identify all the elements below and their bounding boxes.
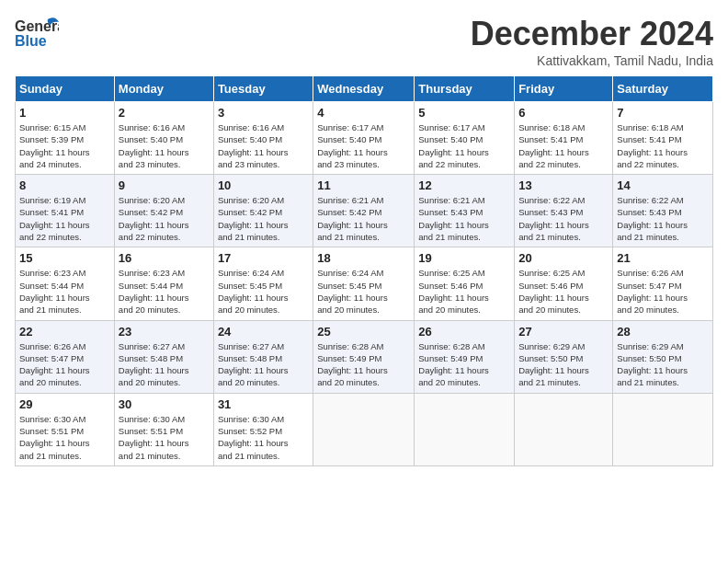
day-info: Sunrise: 6:16 AM Sunset: 5:40 PM Dayligh…: [218, 121, 309, 170]
day-number: 19: [418, 251, 510, 265]
calendar-day-cell: 4Sunrise: 6:17 AM Sunset: 5:40 PM Daylig…: [313, 102, 415, 175]
day-info: Sunrise: 6:28 AM Sunset: 5:49 PM Dayligh…: [317, 340, 410, 389]
day-number: 22: [19, 325, 110, 339]
day-info: Sunrise: 6:15 AM Sunset: 5:39 PM Dayligh…: [19, 121, 110, 170]
calendar-day-cell: 14Sunrise: 6:22 AM Sunset: 5:43 PM Dayli…: [613, 175, 713, 247]
calendar-day-cell: 19Sunrise: 6:25 AM Sunset: 5:46 PM Dayli…: [415, 247, 515, 320]
day-info: Sunrise: 6:29 AM Sunset: 5:50 PM Dayligh…: [518, 340, 609, 389]
day-info: Sunrise: 6:23 AM Sunset: 5:44 PM Dayligh…: [19, 267, 110, 316]
calendar-day-cell: 7Sunrise: 6:18 AM Sunset: 5:41 PM Daylig…: [613, 102, 713, 175]
day-number: 27: [518, 325, 609, 339]
logo-icon: General Blue: [15, 15, 59, 52]
calendar-day-cell: 6Sunrise: 6:18 AM Sunset: 5:41 PM Daylig…: [515, 102, 613, 175]
page-header: General Blue December 2024 Kattivakkam, …: [15, 15, 713, 68]
day-info: Sunrise: 6:22 AM Sunset: 5:43 PM Dayligh…: [518, 194, 609, 243]
weekday-header-cell: Wednesday: [313, 76, 415, 102]
day-info: Sunrise: 6:28 AM Sunset: 5:49 PM Dayligh…: [418, 340, 510, 389]
calendar-body: 1Sunrise: 6:15 AM Sunset: 5:39 PM Daylig…: [16, 102, 713, 466]
day-number: 14: [617, 178, 709, 192]
day-info: Sunrise: 6:18 AM Sunset: 5:41 PM Dayligh…: [518, 121, 609, 170]
calendar-day-cell: 31Sunrise: 6:30 AM Sunset: 5:52 PM Dayli…: [213, 393, 313, 465]
calendar-day-cell: [313, 393, 415, 465]
day-info: Sunrise: 6:25 AM Sunset: 5:46 PM Dayligh…: [418, 267, 510, 316]
calendar-day-cell: 12Sunrise: 6:21 AM Sunset: 5:43 PM Dayli…: [415, 175, 515, 247]
day-info: Sunrise: 6:29 AM Sunset: 5:50 PM Dayligh…: [617, 340, 709, 389]
day-info: Sunrise: 6:18 AM Sunset: 5:41 PM Dayligh…: [617, 121, 709, 170]
day-number: 25: [317, 325, 410, 339]
calendar-day-cell: 13Sunrise: 6:22 AM Sunset: 5:43 PM Dayli…: [515, 175, 613, 247]
calendar-day-cell: 28Sunrise: 6:29 AM Sunset: 5:50 PM Dayli…: [613, 320, 713, 393]
calendar-week-row: 1Sunrise: 6:15 AM Sunset: 5:39 PM Daylig…: [16, 102, 713, 175]
calendar-day-cell: 15Sunrise: 6:23 AM Sunset: 5:44 PM Dayli…: [16, 247, 115, 320]
calendar-day-cell: 3Sunrise: 6:16 AM Sunset: 5:40 PM Daylig…: [213, 102, 313, 175]
calendar-week-row: 8Sunrise: 6:19 AM Sunset: 5:41 PM Daylig…: [16, 175, 713, 247]
day-number: 9: [119, 178, 210, 192]
day-number: 1: [19, 106, 110, 120]
calendar-day-cell: 24Sunrise: 6:27 AM Sunset: 5:48 PM Dayli…: [213, 320, 313, 393]
weekday-header-cell: Sunday: [16, 76, 115, 102]
day-number: 12: [418, 178, 510, 192]
calendar-day-cell: 1Sunrise: 6:15 AM Sunset: 5:39 PM Daylig…: [16, 102, 115, 175]
weekday-header-cell: Tuesday: [213, 76, 313, 102]
day-info: Sunrise: 6:23 AM Sunset: 5:44 PM Dayligh…: [119, 267, 210, 316]
calendar-day-cell: 9Sunrise: 6:20 AM Sunset: 5:42 PM Daylig…: [114, 175, 213, 247]
title-block: December 2024 Kattivakkam, Tamil Nadu, I…: [471, 15, 713, 68]
day-info: Sunrise: 6:22 AM Sunset: 5:43 PM Dayligh…: [617, 194, 709, 243]
day-number: 6: [518, 106, 609, 120]
day-info: Sunrise: 6:19 AM Sunset: 5:41 PM Dayligh…: [19, 194, 110, 243]
day-info: Sunrise: 6:30 AM Sunset: 5:51 PM Dayligh…: [119, 413, 210, 462]
day-info: Sunrise: 6:21 AM Sunset: 5:43 PM Dayligh…: [418, 194, 510, 243]
calendar-day-cell: [613, 393, 713, 465]
calendar-day-cell: 23Sunrise: 6:27 AM Sunset: 5:48 PM Dayli…: [114, 320, 213, 393]
svg-text:Blue: Blue: [15, 33, 47, 49]
day-info: Sunrise: 6:26 AM Sunset: 5:47 PM Dayligh…: [617, 267, 709, 316]
day-number: 21: [617, 251, 709, 265]
day-number: 20: [518, 251, 609, 265]
day-number: 8: [19, 178, 110, 192]
calendar-day-cell: 20Sunrise: 6:25 AM Sunset: 5:46 PM Dayli…: [515, 247, 613, 320]
day-info: Sunrise: 6:17 AM Sunset: 5:40 PM Dayligh…: [317, 121, 410, 170]
day-info: Sunrise: 6:20 AM Sunset: 5:42 PM Dayligh…: [119, 194, 210, 243]
day-info: Sunrise: 6:27 AM Sunset: 5:48 PM Dayligh…: [119, 340, 210, 389]
day-number: 7: [617, 106, 709, 120]
calendar-day-cell: 26Sunrise: 6:28 AM Sunset: 5:49 PM Dayli…: [415, 320, 515, 393]
calendar-day-cell: 16Sunrise: 6:23 AM Sunset: 5:44 PM Dayli…: [114, 247, 213, 320]
day-info: Sunrise: 6:30 AM Sunset: 5:51 PM Dayligh…: [19, 413, 110, 462]
calendar-day-cell: 2Sunrise: 6:16 AM Sunset: 5:40 PM Daylig…: [114, 102, 213, 175]
day-number: 16: [119, 251, 210, 265]
weekday-header-cell: Saturday: [613, 76, 713, 102]
day-number: 31: [218, 397, 309, 411]
day-number: 28: [617, 325, 709, 339]
day-number: 2: [119, 106, 210, 120]
weekday-header-cell: Thursday: [415, 76, 515, 102]
calendar-day-cell: 25Sunrise: 6:28 AM Sunset: 5:49 PM Dayli…: [313, 320, 415, 393]
day-number: 5: [418, 106, 510, 120]
day-number: 26: [418, 325, 510, 339]
weekday-header-cell: Monday: [114, 76, 213, 102]
day-info: Sunrise: 6:27 AM Sunset: 5:48 PM Dayligh…: [218, 340, 309, 389]
calendar-day-cell: 17Sunrise: 6:24 AM Sunset: 5:45 PM Dayli…: [213, 247, 313, 320]
calendar-day-cell: 5Sunrise: 6:17 AM Sunset: 5:40 PM Daylig…: [415, 102, 515, 175]
day-number: 4: [317, 106, 410, 120]
calendar-day-cell: [415, 393, 515, 465]
day-info: Sunrise: 6:16 AM Sunset: 5:40 PM Dayligh…: [119, 121, 210, 170]
calendar-week-row: 29Sunrise: 6:30 AM Sunset: 5:51 PM Dayli…: [16, 393, 713, 465]
calendar-week-row: 22Sunrise: 6:26 AM Sunset: 5:47 PM Dayli…: [16, 320, 713, 393]
day-number: 23: [119, 325, 210, 339]
day-number: 18: [317, 251, 410, 265]
day-info: Sunrise: 6:24 AM Sunset: 5:45 PM Dayligh…: [218, 267, 309, 316]
calendar-day-cell: 29Sunrise: 6:30 AM Sunset: 5:51 PM Dayli…: [16, 393, 115, 465]
day-info: Sunrise: 6:24 AM Sunset: 5:45 PM Dayligh…: [317, 267, 410, 316]
calendar-day-cell: 22Sunrise: 6:26 AM Sunset: 5:47 PM Dayli…: [16, 320, 115, 393]
calendar-day-cell: 8Sunrise: 6:19 AM Sunset: 5:41 PM Daylig…: [16, 175, 115, 247]
day-number: 13: [518, 178, 609, 192]
weekday-header-row: SundayMondayTuesdayWednesdayThursdayFrid…: [16, 76, 713, 102]
calendar-day-cell: 18Sunrise: 6:24 AM Sunset: 5:45 PM Dayli…: [313, 247, 415, 320]
day-number: 15: [19, 251, 110, 265]
calendar-table: SundayMondayTuesdayWednesdayThursdayFrid…: [15, 75, 713, 466]
location: Kattivakkam, Tamil Nadu, India: [471, 53, 713, 68]
day-number: 17: [218, 251, 309, 265]
calendar-day-cell: 27Sunrise: 6:29 AM Sunset: 5:50 PM Dayli…: [515, 320, 613, 393]
day-number: 30: [119, 397, 210, 411]
day-info: Sunrise: 6:17 AM Sunset: 5:40 PM Dayligh…: [418, 121, 510, 170]
